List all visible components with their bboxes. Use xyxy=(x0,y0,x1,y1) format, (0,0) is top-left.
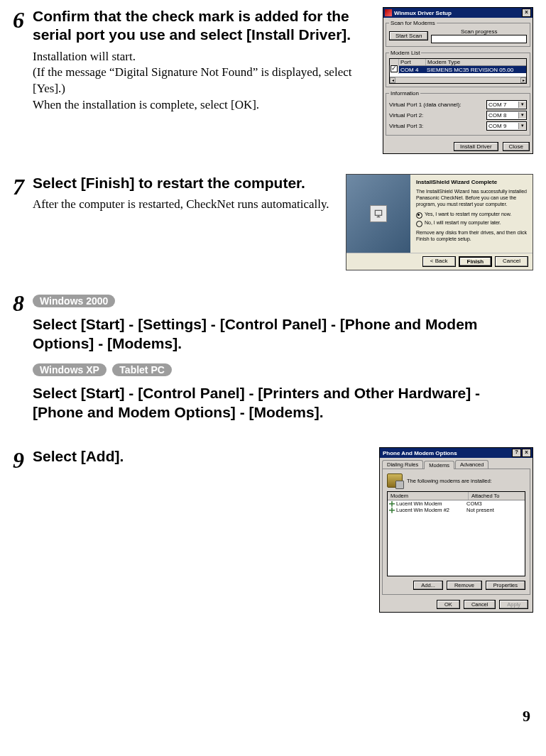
computer-icon xyxy=(370,205,387,222)
ok-button[interactable]: OK xyxy=(437,600,460,609)
wizard-para1: The InstallShield Wizard has successfull… xyxy=(416,188,527,207)
list-header: Modem Attached To xyxy=(388,492,525,500)
step6-line2: (If the message “Digital Signature Not F… xyxy=(33,65,376,97)
close-button[interactable]: x xyxy=(522,9,531,17)
vp1-select[interactable]: COM 7 ▾ xyxy=(486,100,527,109)
scroll-right-icon[interactable]: ▸ xyxy=(520,77,526,83)
col-modem: Modem xyxy=(388,492,469,500)
horizontal-scrollbar[interactable]: ◂ ▸ xyxy=(390,77,526,83)
modem-list[interactable]: Port Modem Type COM 4 SIEMENS MC35 REVIS… xyxy=(389,58,527,84)
install-driver-button[interactable]: Install Driver xyxy=(454,142,498,151)
radio-restart-later[interactable]: No, I will restart my computer later. xyxy=(416,220,527,227)
chevron-down-icon: ▾ xyxy=(518,123,526,129)
row-modem-name: Lucent Win Modem xyxy=(396,500,442,507)
list-row[interactable]: COM 4 SIEMENS MC35 REVISION 05.00 xyxy=(390,66,526,73)
row-modem-type: SIEMENS MC35 REVISION 05.00 xyxy=(425,67,526,73)
radio-restart-now[interactable]: Yes, I want to restart my computer now. xyxy=(416,212,527,219)
scroll-left-icon[interactable]: ◂ xyxy=(390,77,395,83)
help-button[interactable]: ? xyxy=(512,449,521,457)
step8-instruction-a: Select [Start] - [Settings] - [Control P… xyxy=(33,314,533,354)
vp3-label: Virtual Port 3: xyxy=(389,123,423,129)
vp1-label: Virtual Port 1 (data channel): xyxy=(389,102,462,108)
row-attached-to: Not present xyxy=(465,507,525,513)
list-row[interactable]: Lucent Win Modem #2 Not present xyxy=(388,507,525,513)
radio-icon xyxy=(416,212,422,219)
titlebar: Phone And Modem Options ? x xyxy=(380,448,533,458)
step-title: Select [Finish] to restart the computer. xyxy=(33,174,339,192)
step-9: 9 Select [Add]. Phone And Modem Options … xyxy=(13,447,533,613)
check-icon xyxy=(391,65,398,72)
step-text: Select [Finish] to restart the computer.… xyxy=(33,174,346,213)
modem-icon xyxy=(387,473,403,488)
os-pill-tablet-pc: Tablet PC xyxy=(112,363,172,376)
intro-text: The following modems are installed: xyxy=(407,478,492,484)
radio-restart-later-label: No, I will restart my computer later. xyxy=(425,220,501,225)
step-title: Confirm that the check mark is added for… xyxy=(33,7,376,45)
back-button[interactable]: < Back xyxy=(422,256,456,267)
vp1-value: COM 7 xyxy=(487,102,518,108)
col-port: Port xyxy=(399,59,426,65)
chevron-down-icon: ▾ xyxy=(518,102,526,108)
step-body: Select [Finish] to restart the computer.… xyxy=(33,174,533,270)
list-row[interactable]: Lucent Win Modem COM3 xyxy=(388,500,525,507)
scan-progress-bar xyxy=(431,35,527,43)
row-checkbox-cell[interactable] xyxy=(390,65,399,74)
wizard-content: InstallShield Wizard Complete The Instal… xyxy=(410,175,533,253)
modem-list[interactable]: Modem Attached To Lucent Win Modem COM3 … xyxy=(387,491,525,576)
step-number: 9 xyxy=(13,447,33,471)
apply-button[interactable]: Apply xyxy=(499,600,528,609)
titlebar: Winmux Driver Setup x xyxy=(383,8,533,18)
dialog-button-row: OK Cancel Apply xyxy=(380,597,533,612)
tab-dialing-rules[interactable]: Dialing Rules xyxy=(382,460,423,469)
close-button[interactable]: x xyxy=(522,449,531,457)
information-legend: Information xyxy=(389,90,420,97)
page-number: 9 xyxy=(523,707,530,725)
svg-rect-0 xyxy=(375,210,381,215)
radio-icon xyxy=(416,221,422,227)
wizard-para2: Remove any disks from their drives, and … xyxy=(416,229,527,242)
step-title: Select [Add]. xyxy=(33,447,372,466)
row-port: COM 4 xyxy=(399,67,425,73)
add-button[interactable]: Add... xyxy=(413,581,443,590)
step6-line3: When the installation is complete, selec… xyxy=(33,97,376,114)
row-attached-to: COM3 xyxy=(465,500,525,507)
step-7: 7 Select [Finish] to restart the compute… xyxy=(13,174,533,270)
step-number: 8 xyxy=(13,290,33,314)
close-button[interactable]: Close xyxy=(503,142,530,151)
vp2-value: COM 8 xyxy=(487,112,518,119)
scan-legend: Scan for Modems xyxy=(389,20,437,26)
vp2-label: Virtual Port 2: xyxy=(389,112,423,119)
os-pill-windows-2000: Windows 2000 xyxy=(33,295,115,307)
step6-line1: Installation will start. xyxy=(33,49,376,65)
tab-modems[interactable]: Modems xyxy=(424,461,454,469)
step7-line1: After the computer is restarted, CheckNe… xyxy=(33,197,339,213)
tab-advanced[interactable]: Advanced xyxy=(455,460,488,469)
cancel-button[interactable]: Cancel xyxy=(464,600,496,609)
finish-button[interactable]: Finish xyxy=(459,256,493,267)
vp3-value: COM 9 xyxy=(487,123,518,129)
step-body: Select [Add]. Phone And Modem Options ? … xyxy=(33,447,533,613)
modem-list-legend: Modem List xyxy=(389,50,421,56)
vp2-select[interactable]: COM 8 ▾ xyxy=(486,111,527,120)
start-scan-button[interactable]: Start Scan xyxy=(389,31,428,40)
step-body: Windows 2000 Select [Start] - [Settings]… xyxy=(33,290,533,427)
button-row: Add... Remove Properties xyxy=(387,581,525,590)
step-description: After the computer is restarted, CheckNe… xyxy=(33,197,339,213)
remove-button[interactable]: Remove xyxy=(447,581,482,590)
restart-radio-group: Yes, I want to restart my computer now. … xyxy=(416,212,527,227)
information-group: Information Virtual Port 1 (data channel… xyxy=(386,90,530,136)
step-number: 6 xyxy=(13,7,33,31)
properties-button[interactable]: Properties xyxy=(486,581,525,590)
scan-progress-label: Scan progress xyxy=(431,28,527,35)
step8-instruction-b: Select [Start] - [Control Panel] - [Prin… xyxy=(33,383,533,422)
window-title: Winmux Driver Setup xyxy=(394,10,522,16)
cancel-button[interactable]: Cancel xyxy=(495,256,528,267)
step-text: Select [Add]. xyxy=(33,447,379,470)
chevron-down-icon: ▾ xyxy=(518,112,526,119)
wizard-sidebar xyxy=(346,175,410,253)
installshield-wizard-dialog: InstallShield Wizard Complete The Instal… xyxy=(346,174,533,270)
os-pill-windows-xp: Windows XP xyxy=(33,363,107,376)
vp3-select[interactable]: COM 9 ▾ xyxy=(486,121,527,131)
step-number: 7 xyxy=(13,174,33,198)
intro-row: The following modems are installed: xyxy=(387,473,525,488)
